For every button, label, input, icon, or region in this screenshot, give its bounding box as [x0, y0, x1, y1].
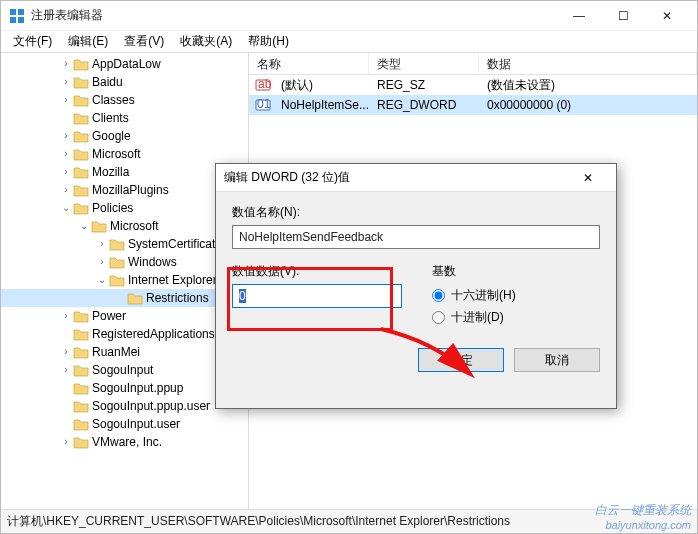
menu-help[interactable]: 帮助(H): [240, 31, 297, 52]
chevron-right-icon[interactable]: ›: [59, 147, 73, 161]
folder-icon: [73, 57, 89, 71]
tree-item-internet-explorer[interactable]: ⌄Internet Explorer: [1, 271, 248, 289]
radio-hex-row[interactable]: 十六进制(H): [432, 284, 600, 306]
chevron-down-icon[interactable]: ⌄: [77, 219, 91, 233]
col-name[interactable]: 名称: [249, 53, 369, 74]
tree-item-sogouinput-ppup-user[interactable]: SogouInput.ppup.user: [1, 397, 248, 415]
tree-item-microsoft[interactable]: ⌄Microsoft: [1, 217, 248, 235]
menu-view[interactable]: 查看(V): [116, 31, 172, 52]
folder-icon: [73, 399, 89, 413]
tree-item-mozillaplugins[interactable]: ›MozillaPlugins: [1, 181, 248, 199]
watermark: 白云一键重装系统 baiyunxitong.com: [595, 501, 691, 531]
chevron-right-icon[interactable]: ›: [59, 57, 73, 71]
menu-favorites[interactable]: 收藏夹(A): [172, 31, 240, 52]
minimize-icon: —: [573, 9, 585, 23]
svg-rect-0: [10, 9, 16, 15]
cell-type: REG_DWORD: [369, 98, 479, 112]
col-data[interactable]: 数据: [479, 53, 697, 74]
statusbar: 计算机\HKEY_CURRENT_USER\SOFTWARE\Policies\…: [1, 509, 697, 533]
tree-item-mozilla[interactable]: ›Mozilla: [1, 163, 248, 181]
tree-item-label: Power: [92, 309, 126, 323]
ok-button[interactable]: 确定: [418, 348, 504, 372]
radio-dec[interactable]: [432, 311, 445, 324]
tree-item-registeredapplications[interactable]: RegisteredApplications: [1, 325, 248, 343]
cell-name: (默认): [273, 77, 369, 94]
maximize-button[interactable]: ☐: [601, 1, 645, 31]
chevron-right-icon[interactable]: ›: [95, 237, 109, 251]
dialog-titlebar[interactable]: 编辑 DWORD (32 位)值 ✕: [216, 164, 616, 192]
tree-item-baidu[interactable]: ›Baidu: [1, 73, 248, 91]
folder-icon: [127, 291, 143, 305]
tree-item-label: Classes: [92, 93, 135, 107]
tree-item-windows[interactable]: ›Windows: [1, 253, 248, 271]
close-icon: ✕: [662, 9, 672, 23]
folder-icon: [73, 309, 89, 323]
tree-item-label: SogouInput.user: [92, 417, 180, 431]
tree-item-sogouinput[interactable]: ›SogouInput: [1, 361, 248, 379]
radio-dec-label: 十进制(D): [451, 309, 504, 326]
svg-text:ab: ab: [258, 77, 271, 91]
folder-icon: [73, 147, 89, 161]
base-label: 基数: [432, 263, 600, 280]
maximize-icon: ☐: [618, 9, 629, 23]
dialog-close-button[interactable]: ✕: [568, 164, 608, 192]
cancel-button[interactable]: 取消: [514, 348, 600, 372]
tree-item-vmware-inc-[interactable]: ›VMware, Inc.: [1, 433, 248, 451]
menu-bar: 文件(F) 编辑(E) 查看(V) 收藏夹(A) 帮助(H): [1, 31, 697, 53]
chevron-right-icon[interactable]: ›: [59, 75, 73, 89]
tree-item-label: Microsoft: [92, 147, 141, 161]
chevron-right-icon[interactable]: ›: [59, 309, 73, 323]
tree-item-google[interactable]: ›Google: [1, 127, 248, 145]
list-row[interactable]: ab(默认)REG_SZ(数值未设置): [249, 75, 697, 95]
window-title: 注册表编辑器: [31, 7, 557, 24]
chevron-right-icon[interactable]: ›: [59, 435, 73, 449]
cell-data: (数值未设置): [479, 77, 697, 94]
dword-value-icon: 011: [255, 97, 271, 113]
close-button[interactable]: ✕: [645, 1, 689, 31]
tree-item-label: Restrictions: [146, 291, 209, 305]
chevron-right-icon[interactable]: ›: [59, 129, 73, 143]
chevron-right-icon[interactable]: ›: [59, 165, 73, 179]
tree-item-classes[interactable]: ›Classes: [1, 91, 248, 109]
tree-item-sogouinput-user[interactable]: SogouInput.user: [1, 415, 248, 433]
minimize-button[interactable]: —: [557, 1, 601, 31]
chevron-right-icon[interactable]: ›: [59, 345, 73, 359]
value-name-input[interactable]: [232, 225, 600, 249]
list-row[interactable]: 011NoHelpItemSe...REG_DWORD0x00000000 (0…: [249, 95, 697, 115]
tree-item-policies[interactable]: ⌄Policies: [1, 199, 248, 217]
chevron-right-icon[interactable]: ›: [59, 363, 73, 377]
chevron-right-icon[interactable]: ›: [59, 183, 73, 197]
tree-item-microsoft[interactable]: ›Microsoft: [1, 145, 248, 163]
radio-hex[interactable]: [432, 289, 445, 302]
folder-icon: [109, 237, 125, 251]
col-type[interactable]: 类型: [369, 53, 479, 74]
tree-pane[interactable]: ›AppDataLow›Baidu›ClassesClients›Google›…: [1, 53, 249, 509]
tree-item-label: SogouInput.ppup: [92, 381, 183, 395]
chevron-right-icon[interactable]: ›: [59, 93, 73, 107]
tree-item-appdatalow[interactable]: ›AppDataLow: [1, 55, 248, 73]
chevron-down-icon[interactable]: ⌄: [59, 201, 73, 215]
tree-item-label: Google: [92, 129, 131, 143]
folder-icon: [73, 381, 89, 395]
folder-icon: [109, 273, 125, 287]
svg-rect-3: [18, 17, 24, 23]
tree-item-label: Internet Explorer: [128, 273, 217, 287]
chevron-down-icon[interactable]: ⌄: [95, 273, 109, 287]
tree-item-systemcertificates[interactable]: ›SystemCertificates: [1, 235, 248, 253]
tree-item-label: SogouInput: [92, 363, 153, 377]
cell-data: 0x00000000 (0): [479, 98, 697, 112]
dialog-body: 数值名称(N): 数值数据(V): 基数 十六进制(H) 十进制(D) 确定: [216, 192, 616, 384]
tree-item-ruanmei[interactable]: ›RuanMei: [1, 343, 248, 361]
chevron-right-icon[interactable]: ›: [95, 255, 109, 269]
tree-item-clients[interactable]: Clients: [1, 109, 248, 127]
menu-edit[interactable]: 编辑(E): [60, 31, 116, 52]
menu-file[interactable]: 文件(F): [5, 31, 60, 52]
radio-dec-row[interactable]: 十进制(D): [432, 306, 600, 328]
tree-item-sogouinput-ppup[interactable]: SogouInput.ppup: [1, 379, 248, 397]
tree-item-power[interactable]: ›Power: [1, 307, 248, 325]
value-data-input[interactable]: [232, 284, 402, 308]
list-header: 名称 类型 数据: [249, 53, 697, 75]
tree-item-label: MozillaPlugins: [92, 183, 169, 197]
radio-hex-label: 十六进制(H): [451, 287, 516, 304]
tree-item-restrictions[interactable]: Restrictions: [1, 289, 248, 307]
